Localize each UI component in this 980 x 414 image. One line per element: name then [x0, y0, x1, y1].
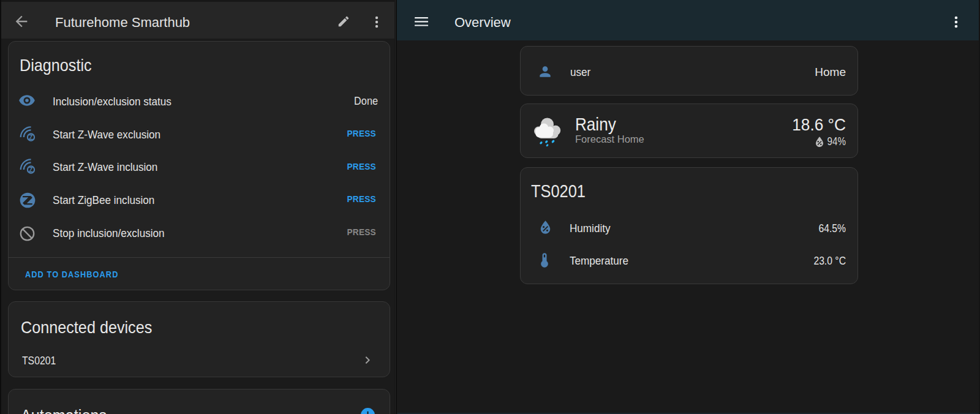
svg-text:Z: Z [29, 166, 33, 173]
svg-text:Z: Z [29, 134, 33, 141]
